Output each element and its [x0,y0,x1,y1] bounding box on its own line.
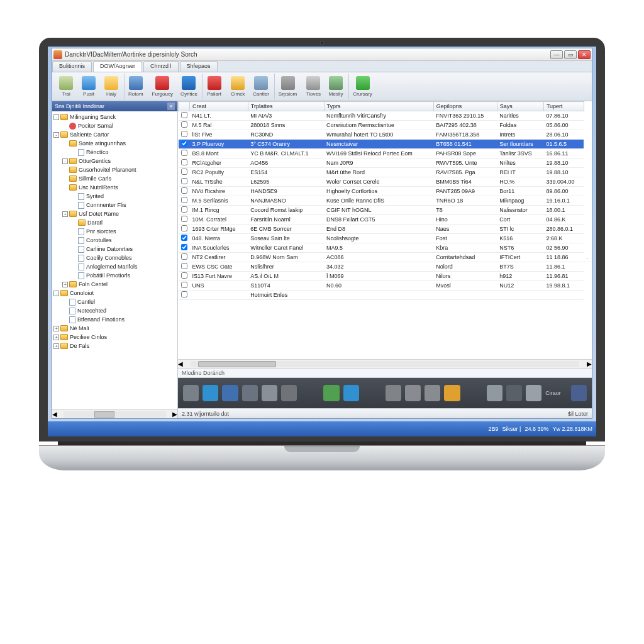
row-checkbox[interactable] [181,159,187,165]
table-row[interactable]: N41 LT.MI AtA/3Nemfltunrih VitirCansfryF… [179,111,592,121]
tree-item-16[interactable]: Coolily Connobles [53,253,176,262]
tree-item-21[interactable]: Cantlel [53,297,176,306]
tree-item-8[interactable]: Usc NutrilRents [53,183,176,192]
dock-item-3[interactable] [242,385,258,401]
tray-item-1[interactable]: Sikser | [502,426,521,432]
expand-icon[interactable]: + [53,343,59,349]
table-row[interactable]: 3.P Pluervoy3° C574 OranryNesmctaivarBT6… [179,140,592,149]
row-checkbox[interactable] [181,206,187,213]
row-checkbox[interactable] [181,291,187,297]
tree-item-18[interactable]: Pobätiil Prnotiorls [53,271,176,280]
row-checkbox[interactable] [181,178,187,184]
table-row[interactable]: 048. NierraSoseav Sain lteNcolishsogteFo… [179,234,592,243]
table-row[interactable]: NVö RicshireHANDSE9Highoelty Cortlortios… [179,187,592,196]
dock-item-0[interactable] [183,385,199,401]
tree-item-10[interactable]: Connnenter Flis [53,201,176,209]
tree-item-24[interactable]: +Né Mali [53,324,176,333]
expand-icon[interactable]: + [62,282,68,287]
row-checkbox[interactable] [181,131,187,137]
tree-item-26[interactable]: +De Fals [53,341,176,350]
tree-item-5[interactable]: -OtturGentícs [53,157,176,165]
row-checkbox[interactable] [181,282,187,288]
table-row[interactable]: IS13 Furt NavreAS.il OiL MÎ M069Nilorsh9… [179,272,592,281]
tab-0[interactable]: Bulitionnis [52,61,92,72]
tree-item-17[interactable]: Anloglemed Marifols [53,262,176,271]
tool-cimck[interactable]: Cimck [226,74,249,99]
minimize-button[interactable]: — [550,50,563,59]
tree-item-1[interactable]: Pocitor Samal [53,121,176,130]
sidebar-close-icon[interactable]: × [167,103,175,110]
row-checkbox[interactable] [181,244,187,250]
col-header-5[interactable]: Says [497,102,543,111]
tray-item-0[interactable]: 2B9 [489,426,499,432]
tree-item-19[interactable]: +Foln Centel [53,280,176,289]
dock-item-9[interactable] [405,385,421,401]
row-checkbox[interactable] [181,216,187,222]
dock-item-11[interactable] [444,385,460,401]
row-checkbox[interactable] [181,150,187,156]
dock-item-10[interactable] [425,385,440,401]
tree-item-6[interactable]: Gusorhovitel Plaranont [53,165,176,174]
table-row[interactable]: Hotmoirt Enles [179,291,592,300]
tray-item-2[interactable]: 24.6 39% [525,426,548,432]
expand-icon[interactable]: + [53,326,59,331]
tree-item-7[interactable]: Sillmile Carls [53,174,176,183]
os-taskbar[interactable]: 2B9Sikser |24.6 39%Yw 2.28.618KM [48,421,596,436]
expand-icon[interactable]: - [53,114,59,120]
expand-icon[interactable]: - [53,132,59,138]
tool-oyritice[interactable]: Oyritice [177,74,201,99]
row-checkbox[interactable] [181,140,187,147]
dock-item-4[interactable] [262,385,277,401]
tree-item-13[interactable]: Pnr siorctes [53,227,176,236]
col-header-6[interactable]: Tupert [543,102,584,111]
table-row[interactable]: N&L TrSsheL62595Woler Corrset CereleBMM0… [179,177,592,187]
close-button[interactable]: ✕ [578,50,591,59]
table-row[interactable]: 10M. CorratelFarsritiln NoarnlDNS8 Fxila… [179,215,592,225]
tree-item-11[interactable]: +Usf Dotet Rame [53,209,176,218]
col-header-1[interactable]: Creat [190,102,248,111]
table-row[interactable]: RClAtgoherAO456Nam J0R9RWVT595. UnteNril… [179,158,592,168]
tool-rotom[interactable]: Rotom [124,74,147,99]
tree-item-14[interactable]: Corotulles [53,236,176,245]
dock-item-7[interactable] [343,385,359,401]
tree-item-3[interactable]: Sonte atingunrihas [53,139,176,148]
dock-item-1[interactable] [203,385,218,401]
expand-icon[interactable]: - [62,158,68,164]
row-checkbox[interactable] [181,225,187,231]
tree-item-23[interactable]: Btfenand Finotions [53,315,176,324]
table-row[interactable]: UNSS110T4N0.60MvoslNU1219.98.8.1 [179,281,592,291]
row-checkbox[interactable] [181,263,187,269]
tool-haly[interactable]: Haly [100,74,123,99]
table-row[interactable]: NT2 CestlirerD.968W Norn SamAC086Corrita… [179,253,592,262]
row-checkbox[interactable] [181,235,187,241]
table-row[interactable]: EWS CSC OateNslislhrer34.032NölordBT7S11… [179,262,592,272]
table-row[interactable]: BS.8 MontYC B M&R. CILMALT.1WVI169 Stdis… [179,149,592,158]
table-row[interactable]: M.5 Ral280018 SinnsCorsriiutiom Rermscti… [179,121,592,130]
tool-tloves[interactable]: Tloves [302,74,325,99]
tool-furgoucy[interactable]: Furgoucy [148,74,177,99]
sidebar-scrollbar[interactable]: ◀▶ [52,409,177,418]
tool-pailart[interactable]: Pailart [203,74,225,99]
tool-meslly[interactable]: Meslly [325,74,347,99]
tree-item-0[interactable]: -Milinganing Sanck [53,113,176,121]
row-checkbox[interactable] [181,121,187,128]
row-checkbox[interactable] [181,187,187,194]
tool-srpslom[interactable]: Srpslom [274,74,301,99]
expand-icon[interactable]: + [53,335,59,340]
table-row[interactable]: INA SouclorlesWitncller Caret FanelMA9.5… [179,243,592,253]
tree-item-22[interactable]: Notecehted [53,306,176,315]
tree-item-25[interactable]: +Peciliee Cinlos [53,333,176,341]
col-header-4[interactable]: Gepilopns [433,102,497,111]
dock-item-12[interactable] [487,385,502,401]
row-checkbox[interactable] [181,272,187,279]
tree-item-2[interactable]: -Saltiente Cartor [53,130,176,139]
col-header-2[interactable]: Trplattes [248,102,324,111]
tool-tral[interactable]: Tral [55,74,77,99]
tool-crursary[interactable]: Crursary [348,74,376,99]
dock-item-14[interactable] [526,385,541,401]
row-checkbox[interactable] [181,169,187,175]
dock-item-6[interactable] [323,385,339,401]
tree-item-15[interactable]: Carliine Datonrties [53,245,176,253]
expand-icon[interactable]: + [62,211,68,217]
table-row[interactable]: RC2 PopultyES154M&rt üthe RordRAVI7S85. … [179,168,592,177]
